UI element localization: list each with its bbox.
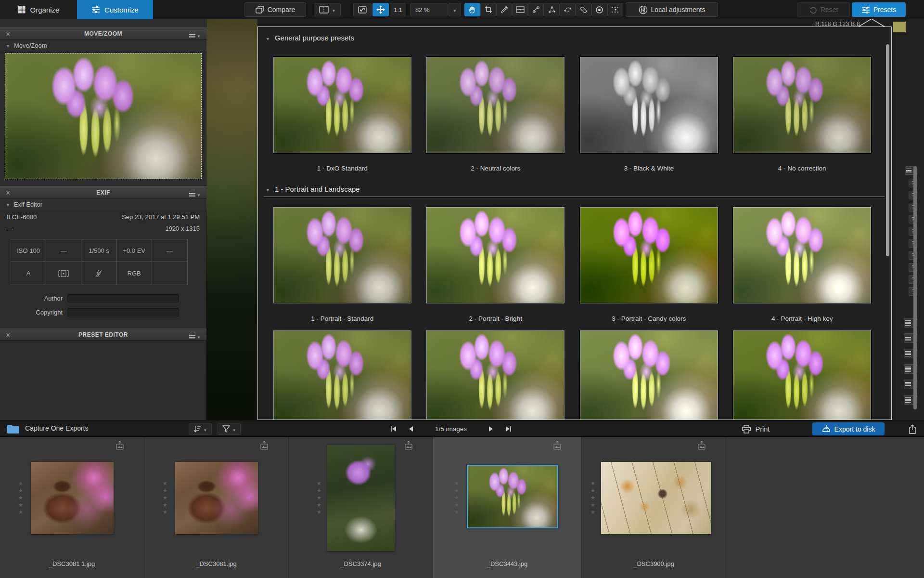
preset-thumbnail[interactable] (426, 57, 565, 153)
copyright-input[interactable] (67, 308, 179, 316)
move-zoom-section-header[interactable]: Move/Zoom (0, 40, 206, 51)
preset-thumbnail[interactable] (273, 330, 411, 420)
preset-card[interactable]: 4 - Portrait - High key (726, 207, 879, 322)
split-view-button[interactable] (314, 3, 341, 16)
photo-thumbnail[interactable] (31, 462, 114, 534)
star-rating[interactable] (18, 479, 23, 515)
reset-button[interactable]: Reset (797, 2, 850, 17)
preset-thumbnail[interactable] (273, 57, 411, 153)
preset-card[interactable] (572, 330, 726, 420)
filmstrip-item[interactable]: _DSC3081 1.jpg (0, 437, 144, 578)
star-icon[interactable] (18, 486, 23, 494)
control-points-tool-button[interactable] (528, 3, 544, 16)
star-icon[interactable] (590, 486, 595, 494)
preset-section-header[interactable]: 1 - Portrait and Landscape (266, 185, 360, 193)
star-rating[interactable] (317, 479, 321, 515)
star-icon[interactable] (454, 486, 459, 494)
star-icon[interactable] (590, 479, 595, 486)
last-image-button[interactable] (500, 423, 517, 435)
auto-mask-tool-button[interactable] (560, 3, 576, 16)
presets-scrollbar[interactable] (886, 44, 889, 256)
star-icon[interactable] (18, 508, 23, 515)
red-eye-tool-button[interactable] (591, 3, 607, 16)
local-adjustments-button[interactable]: Local adjustments (626, 2, 718, 17)
close-icon[interactable] (6, 30, 10, 39)
export-to-disk-button[interactable]: Export to disk (812, 422, 885, 435)
eyedropper-tool-button[interactable] (496, 3, 512, 16)
crop-tool-button[interactable] (480, 3, 496, 16)
first-image-button[interactable] (385, 423, 402, 435)
star-icon[interactable] (317, 508, 321, 515)
star-icon[interactable] (163, 479, 167, 486)
photo-thumbnail[interactable] (327, 445, 395, 551)
photo-thumbnail[interactable] (175, 462, 258, 534)
author-input[interactable] (67, 294, 179, 302)
exif-editor-section-header[interactable]: Exif Editor (0, 199, 206, 210)
star-icon[interactable] (18, 501, 23, 508)
star-icon[interactable] (317, 486, 321, 494)
star-icon[interactable] (317, 494, 321, 501)
preset-card[interactable]: 1 - DxO Standard (266, 57, 419, 172)
preset-thumbnail[interactable] (580, 330, 718, 420)
star-rating[interactable] (163, 479, 167, 515)
star-icon[interactable] (163, 508, 167, 515)
share-button[interactable] (906, 422, 919, 435)
presets-button[interactable]: Presets (852, 2, 906, 17)
photo-thumbnail[interactable] (601, 462, 711, 534)
preset-thumbnail[interactable] (426, 330, 565, 420)
star-icon[interactable] (18, 494, 23, 501)
star-icon[interactable] (590, 508, 595, 515)
star-icon[interactable] (163, 486, 167, 494)
filmstrip-item[interactable]: _DSC3081.jpg (144, 437, 289, 578)
control-line-tool-button[interactable] (544, 3, 560, 16)
filmstrip-item-selected[interactable]: _DSC3443.jpg (433, 437, 582, 578)
filmstrip-item[interactable]: _DSC3900.jpg (582, 437, 726, 578)
tab-customize[interactable]: Customize (77, 0, 153, 19)
star-icon[interactable] (454, 494, 459, 501)
preset-card[interactable] (266, 330, 419, 420)
tab-organize[interactable]: Organize (0, 0, 77, 19)
main-photo-viewport[interactable] (206, 19, 257, 420)
star-icon[interactable] (454, 508, 459, 515)
preset-thumbnail[interactable] (733, 330, 871, 420)
zoom-level-field[interactable]: 82 % (410, 3, 448, 16)
star-rating[interactable] (454, 479, 459, 515)
navigator-thumbnail[interactable] (5, 53, 202, 179)
star-icon[interactable] (163, 494, 167, 501)
print-button[interactable]: Print (732, 422, 780, 435)
star-icon[interactable] (454, 479, 459, 486)
star-icon[interactable] (454, 501, 459, 508)
star-icon[interactable] (18, 479, 23, 486)
panel-menu-button[interactable] (189, 31, 201, 39)
panel-menu-button[interactable] (189, 190, 201, 198)
fit-to-screen-button[interactable] (353, 3, 372, 16)
window-scrollbar[interactable] (913, 166, 917, 409)
next-image-button[interactable] (482, 423, 500, 435)
hand-tool-button[interactable] (464, 3, 480, 16)
star-icon[interactable] (317, 479, 321, 486)
preset-thumbnail[interactable] (580, 207, 718, 303)
repair-tool-button[interactable] (576, 3, 591, 16)
zoom-level-dropdown[interactable] (449, 3, 461, 16)
star-icon[interactable] (590, 494, 595, 501)
preset-thumbnail[interactable] (733, 207, 871, 303)
preset-card[interactable]: 2 - Portrait - Bright (419, 207, 573, 322)
move-tool-button[interactable] (372, 3, 389, 16)
star-icon[interactable] (163, 501, 167, 508)
preset-section-header[interactable]: General purpose presets (266, 34, 354, 42)
horizon-tool-button[interactable] (512, 3, 528, 16)
sort-button[interactable] (189, 423, 212, 435)
preset-thumbnail[interactable] (580, 57, 718, 153)
preset-card[interactable]: 1 - Portrait - Standard (266, 207, 419, 322)
filmstrip-item[interactable]: _DSC3374.jpg (289, 437, 433, 578)
mask-selection-tool-button[interactable] (607, 3, 623, 16)
compare-button[interactable]: Compare (244, 2, 306, 17)
preset-card[interactable]: 4 - No correction (726, 57, 879, 172)
preset-thumbnail[interactable] (733, 57, 871, 153)
star-rating[interactable] (590, 479, 595, 515)
filter-button[interactable] (218, 423, 241, 435)
preset-card[interactable]: 3 - Portrait - Candy colors (572, 207, 726, 322)
previous-image-button[interactable] (402, 423, 420, 435)
zoom-1to1-button[interactable]: 1:1 (390, 3, 406, 16)
star-icon[interactable] (317, 501, 321, 508)
